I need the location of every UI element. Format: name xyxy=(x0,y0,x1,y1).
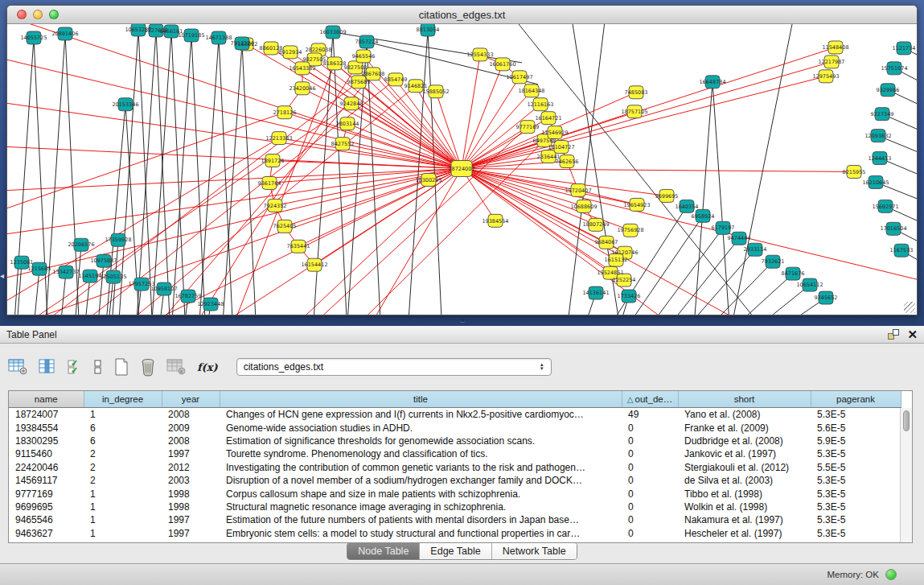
table-cell[interactable]: Dudbridge et al. (2008) xyxy=(678,435,811,447)
graph-edge[interactable] xyxy=(72,245,81,315)
table-cell[interactable]: 14569117 xyxy=(9,474,84,487)
table-cell[interactable]: Changes of HCN gene expression and I(f) … xyxy=(220,408,622,422)
table-cell[interactable]: 1 xyxy=(84,501,162,513)
scrollbar-thumb[interactable] xyxy=(903,410,910,431)
table-cell[interactable]: Tourette syndrome. Phenomenology and cla… xyxy=(220,447,622,460)
table-cell[interactable]: 9777169 xyxy=(9,487,84,500)
table-cell[interactable]: 0 xyxy=(622,527,678,540)
function-builder-icon[interactable]: f(x) xyxy=(197,356,218,377)
graph-edge[interactable] xyxy=(351,104,462,169)
table-cell[interactable]: Jankovic et al. (1997) xyxy=(678,447,811,460)
column-header-pagerank[interactable]: pagerank xyxy=(811,391,901,408)
graph-edge[interactable] xyxy=(313,141,544,315)
table-cell[interactable]: 1997 xyxy=(162,513,220,526)
table-cell[interactable]: Wolkin et al. (1998) xyxy=(678,501,811,513)
graph-edge[interactable] xyxy=(169,35,191,315)
graph-edge[interactable] xyxy=(191,35,207,315)
table-cell[interactable]: 0 xyxy=(622,461,678,474)
graph-edge[interactable] xyxy=(30,269,39,315)
table-cell[interactable]: 5.3E-5 xyxy=(811,408,901,422)
table-cell[interactable]: 1997 xyxy=(162,527,220,540)
table-cell[interactable]: 9699695 xyxy=(9,501,84,513)
table-cell[interactable]: 5.3E-5 xyxy=(811,447,901,460)
table-cell[interactable]: Hescheler et al. (1997) xyxy=(678,527,811,540)
memory-status-indicator[interactable] xyxy=(885,569,897,580)
graph-edge[interactable] xyxy=(149,31,171,315)
graph-edge[interactable] xyxy=(7,113,285,225)
select-columns-icon[interactable]: ✓✓ xyxy=(67,356,83,377)
table-cell[interactable]: 18724007 xyxy=(9,408,84,422)
table-cell[interactable]: 0 xyxy=(622,421,678,434)
window-resize-grip[interactable] xyxy=(904,302,915,313)
table-cell[interactable]: 2 xyxy=(84,474,162,487)
column-header-year[interactable]: year xyxy=(162,391,220,408)
network-canvas[interactable]: 1872400718300295193845547163822886012889… xyxy=(7,24,917,315)
table-cell[interactable]: 19384554 xyxy=(9,421,84,434)
column-header-out_de[interactable]: △out_de… xyxy=(622,391,678,408)
maximize-window-button[interactable] xyxy=(49,10,59,19)
graph-edge[interactable] xyxy=(120,74,373,315)
table-row[interactable]: 946362711997Embryonic stem cells: a mode… xyxy=(9,527,901,540)
table-cell[interactable]: de Silva et al. (2003) xyxy=(678,474,811,487)
delete-column-icon[interactable] xyxy=(140,356,156,377)
table-cell[interactable]: 5.6E-5 xyxy=(811,421,901,434)
tab-node-table[interactable]: Node Table xyxy=(347,543,419,559)
table-cell[interactable]: Disruption of a novel member of a sodium… xyxy=(220,474,622,487)
graph-edge[interactable] xyxy=(462,169,616,261)
graph-edge[interactable] xyxy=(462,64,503,169)
table-cell[interactable]: Structural magnetic resonance image aver… xyxy=(220,501,622,513)
table-cell[interactable]: 2 xyxy=(84,461,162,474)
table-row[interactable]: 911546021997Tourette syndrome. Phenomeno… xyxy=(9,447,901,460)
table-cell[interactable]: Stergiakouli et al. (2012) xyxy=(678,461,811,474)
table-cell[interactable]: 0 xyxy=(622,501,678,513)
table-cell[interactable]: 0 xyxy=(622,435,678,447)
table-cell[interactable]: 5.3E-5 xyxy=(811,474,901,487)
table-cell[interactable]: 0 xyxy=(622,513,678,526)
tab-network-table[interactable]: Network Table xyxy=(491,543,577,559)
table-cell[interactable]: 0 xyxy=(622,474,678,487)
table-cell[interactable]: Investigating the contribution of common… xyxy=(220,461,622,474)
table-cell[interactable]: 2012 xyxy=(162,461,220,474)
graph-edge[interactable] xyxy=(219,38,235,315)
citation-graph[interactable]: 1872400718300295193845547163822886012889… xyxy=(7,24,917,315)
table-cell[interactable]: 1998 xyxy=(162,501,220,513)
column-header-title[interactable]: title xyxy=(220,391,622,408)
graph-edge[interactable] xyxy=(94,261,104,315)
row-height-icon[interactable] xyxy=(93,356,103,377)
table-mode-icon[interactable] xyxy=(8,356,28,377)
table-cell[interactable]: 9115460 xyxy=(9,447,84,460)
graph-edge[interactable] xyxy=(691,82,713,315)
graph-edge[interactable] xyxy=(705,285,810,315)
vertical-scrollbar[interactable] xyxy=(900,408,912,542)
table-cell[interactable]: Franke et al. (2009) xyxy=(678,421,811,434)
float-panel-icon[interactable] xyxy=(888,329,899,340)
table-cell[interactable]: Estimation of the future numbers of pati… xyxy=(220,513,622,526)
graph-edge[interactable] xyxy=(462,77,519,169)
tab-edge-table[interactable]: Edge Table xyxy=(419,543,491,559)
graph-edge[interactable] xyxy=(168,68,355,315)
table-cell[interactable]: 5.3E-5 xyxy=(811,501,901,513)
table-cell[interactable]: 2008 xyxy=(162,435,220,447)
splitter-grip[interactable] xyxy=(460,319,465,322)
table-cell[interactable]: 2008 xyxy=(162,408,220,422)
graph-edge[interactable] xyxy=(248,169,462,315)
table-cell[interactable]: 5.3E-5 xyxy=(811,487,901,500)
table-row[interactable]: 1938455462009Genome-wide association stu… xyxy=(9,421,901,434)
create-column-icon[interactable] xyxy=(113,356,129,377)
table-cell[interactable]: 1997 xyxy=(162,447,220,460)
close-panel-icon[interactable]: ✕ xyxy=(907,329,918,340)
table-row[interactable]: 1830029562008Estimation of significance … xyxy=(9,435,901,447)
table-row[interactable]: 1872400712008Changes of HCN gene express… xyxy=(9,408,901,422)
table-cell[interactable]: 5.3E-5 xyxy=(811,527,901,540)
column-header-in_degree[interactable]: in_degree xyxy=(84,391,162,408)
table-cell[interactable]: 49 xyxy=(622,408,678,422)
column-header-name[interactable]: name xyxy=(9,391,84,408)
graph-edge[interactable] xyxy=(436,92,462,169)
table-row[interactable]: 977716911998Corpus callosum shape and si… xyxy=(9,487,901,500)
table-cell[interactable]: 9463627 xyxy=(9,527,84,540)
table-cell[interactable]: 9465546 xyxy=(9,513,84,526)
table-cell[interactable]: 5.5E-5 xyxy=(811,461,901,474)
table-row[interactable]: 969969511998Structural magnetic resonanc… xyxy=(9,501,901,513)
table-cell[interactable]: 6 xyxy=(84,435,162,447)
graph-edge[interactable] xyxy=(11,38,34,315)
